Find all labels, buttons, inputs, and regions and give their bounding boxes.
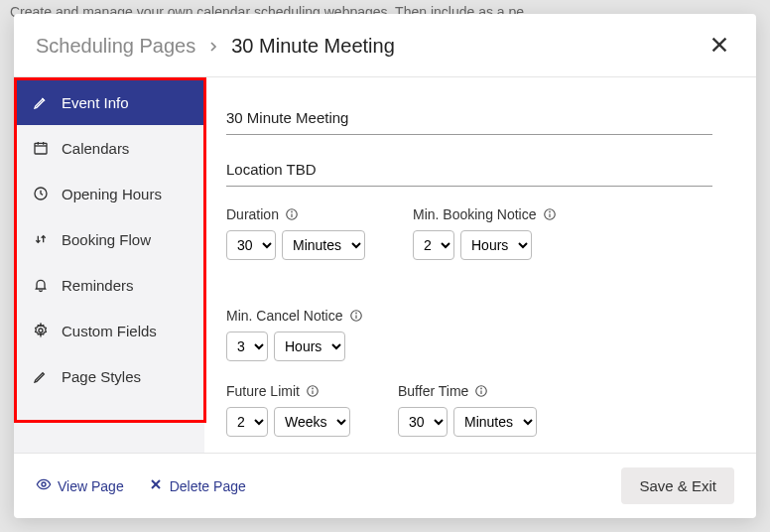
view-page-label: View Page <box>58 478 124 494</box>
info-icon[interactable] <box>349 309 363 323</box>
breadcrumb-root[interactable]: Scheduling Pages <box>36 35 195 58</box>
bell-icon <box>32 276 50 294</box>
svg-rect-2 <box>35 143 47 154</box>
sidebar-item-calendars[interactable]: Calendars <box>14 125 204 171</box>
future-limit-unit-select[interactable]: Weeks <box>274 407 350 437</box>
pencil-icon <box>32 93 50 111</box>
modal-body: Event Info Calendars Opening Hours Booki… <box>14 77 756 453</box>
delete-page-button[interactable]: Delete Page <box>148 476 246 495</box>
svg-point-22 <box>481 388 482 389</box>
modal-header: Scheduling Pages 30 Minute Meeting <box>14 14 756 77</box>
clock-icon <box>32 185 50 202</box>
label-future-limit: Future Limit <box>226 383 300 399</box>
field-duration: Duration 30 Minutes <box>226 206 365 260</box>
buffer-value-select[interactable]: 30 <box>398 407 448 437</box>
min-booking-value-select[interactable]: 2 <box>413 230 454 260</box>
label-buffer-time: Buffer Time <box>398 383 468 399</box>
sidebar-item-label: Page Styles <box>62 368 141 385</box>
delete-page-label: Delete Page <box>170 478 246 494</box>
save-exit-button[interactable]: Save & Exit <box>621 467 734 504</box>
brush-icon <box>32 367 50 385</box>
duration-unit-select[interactable]: Minutes <box>282 230 365 260</box>
sidebar-item-event-info[interactable]: Event Info <box>14 79 204 125</box>
sidebar-item-label: Custom Fields <box>62 323 157 339</box>
sidebar-item-reminders[interactable]: Reminders <box>14 262 204 308</box>
min-cancel-value-select[interactable]: 3 <box>226 332 268 361</box>
sidebar-item-label: Calendars <box>62 140 129 157</box>
gear-icon <box>32 322 50 339</box>
info-icon[interactable] <box>543 207 557 221</box>
view-page-button[interactable]: View Page <box>36 476 124 495</box>
sidebar-item-page-styles[interactable]: Page Styles <box>14 353 204 399</box>
sidebar: Event Info Calendars Opening Hours Booki… <box>14 77 204 453</box>
svg-point-13 <box>549 211 550 212</box>
eye-icon <box>36 476 52 495</box>
modal-footer: View Page Delete Page Save & Exit <box>14 453 756 518</box>
breadcrumb-current: 30 Minute Meeting <box>231 35 395 58</box>
calendar-icon <box>32 139 50 157</box>
x-icon <box>148 476 164 495</box>
close-icon <box>708 34 730 59</box>
event-location-input[interactable] <box>226 155 712 187</box>
sidebar-item-opening-hours[interactable]: Opening Hours <box>14 171 204 216</box>
sidebar-item-label: Booking Flow <box>62 231 151 248</box>
field-min-cancel: Min. Cancel Notice 3 Hours <box>226 308 363 361</box>
sidebar-item-booking-flow[interactable]: Booking Flow <box>14 216 204 262</box>
content-panel: Duration 30 Minutes Min. Booking Notice … <box>204 77 756 453</box>
svg-point-7 <box>39 329 43 332</box>
sidebar-item-custom-fields[interactable]: Custom Fields <box>14 308 204 353</box>
duration-value-select[interactable]: 30 <box>226 230 276 260</box>
svg-point-19 <box>313 388 314 389</box>
future-limit-value-select[interactable]: 2 <box>226 407 268 437</box>
close-button[interactable] <box>705 30 734 63</box>
sidebar-item-label: Opening Hours <box>62 186 162 202</box>
svg-point-10 <box>292 211 293 212</box>
sidebar-item-label: Reminders <box>62 277 134 294</box>
scheduling-modal: Scheduling Pages 30 Minute Meeting Event… <box>14 14 756 518</box>
buffer-unit-select[interactable]: Minutes <box>453 407 537 437</box>
label-min-booking: Min. Booking Notice <box>413 206 537 222</box>
field-buffer-time: Buffer Time 30 Minutes <box>398 383 537 437</box>
info-icon[interactable] <box>306 384 320 398</box>
field-future-limit: Future Limit 2 Weeks <box>226 383 350 437</box>
event-title-input[interactable] <box>226 103 712 135</box>
chevron-right-icon <box>205 39 221 55</box>
sidebar-item-label: Event Info <box>62 94 129 111</box>
field-min-booking: Min. Booking Notice 2 Hours <box>413 206 557 260</box>
min-cancel-unit-select[interactable]: Hours <box>274 332 345 361</box>
info-icon[interactable] <box>474 384 488 398</box>
info-icon[interactable] <box>285 207 299 221</box>
label-duration: Duration <box>226 206 279 222</box>
flow-icon <box>32 230 50 248</box>
svg-point-26 <box>42 482 46 486</box>
svg-point-16 <box>355 313 356 314</box>
min-booking-unit-select[interactable]: Hours <box>460 230 532 260</box>
label-min-cancel: Min. Cancel Notice <box>226 308 343 324</box>
